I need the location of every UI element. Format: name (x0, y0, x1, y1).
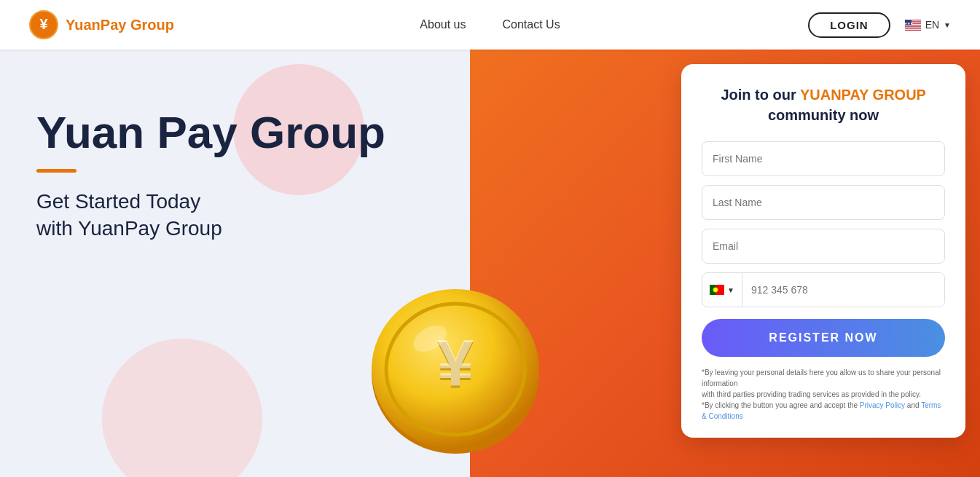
portugal-flag-icon (710, 285, 724, 295)
register-button[interactable]: REGISTER NOW (702, 319, 945, 357)
yen-coin-svg: ¥ ¥ (364, 280, 546, 462)
logo-text: YuanPay Group (66, 17, 174, 33)
form-disclaimer: *By leaving your personal details here y… (702, 367, 945, 422)
nav-about-us[interactable]: About us (420, 18, 466, 31)
nav-right: LOGIN ★★★ EN ▼ (808, 12, 951, 38)
hero-title: Yuan Pay Group (36, 108, 385, 157)
first-name-input[interactable] (702, 141, 945, 176)
registration-form-card: Join to our YUANPAY GROUP community now … (681, 64, 965, 438)
nav-contact-us[interactable]: Contact Us (503, 18, 560, 31)
flag-dropdown-arrow[interactable]: ▼ (727, 286, 734, 294)
phone-row: ▼ (702, 272, 945, 307)
lang-chevron-icon[interactable]: ▼ (944, 21, 951, 29)
nav-center: About us Contact Us (420, 18, 560, 31)
hero-section: ₿ $ € ¥ ₤ ⊞ Yuan Pay Group Get Started T… (0, 50, 980, 477)
svg-rect-8 (905, 28, 921, 29)
language-selector[interactable]: ★★★ EN ▼ (905, 19, 951, 31)
privacy-policy-link[interactable]: Privacy Policy (860, 401, 905, 409)
svg-point-19 (713, 288, 718, 293)
logo-icon: ¥ (29, 10, 58, 39)
hero-text: Yuan Pay Group Get Started Today with Yu… (36, 108, 385, 242)
hero-divider (36, 169, 77, 173)
login-button[interactable]: LOGIN (808, 12, 890, 38)
phone-flag-selector[interactable]: ▼ (702, 273, 742, 307)
logo[interactable]: ¥ YuanPay Group (29, 10, 174, 39)
svg-text:★★★: ★★★ (905, 20, 914, 25)
email-input[interactable] (702, 229, 945, 264)
hero-subtitle: Get Started Today with YuanPay Group (36, 189, 385, 242)
lang-label: EN (925, 19, 939, 31)
coin-image: ¥ ¥ (364, 280, 546, 477)
svg-text:¥: ¥ (39, 16, 48, 32)
svg-rect-7 (905, 27, 921, 28)
phone-input[interactable] (742, 273, 944, 307)
svg-rect-6 (905, 25, 921, 26)
navbar: ¥ YuanPay Group About us Contact Us LOGI… (0, 0, 980, 50)
flag-icon: ★★★ (905, 20, 921, 31)
form-title: Join to our YUANPAY GROUP community now (702, 84, 945, 125)
last-name-input[interactable] (702, 185, 945, 220)
